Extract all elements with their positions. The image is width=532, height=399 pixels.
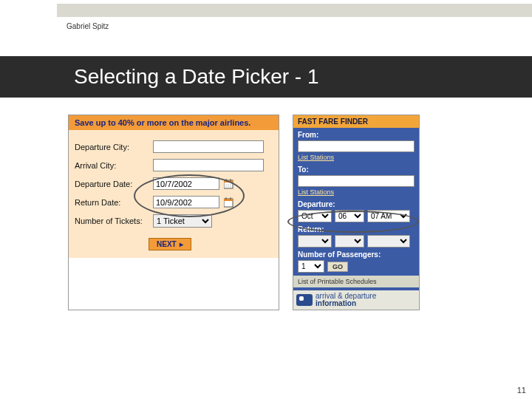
arrival-departure-info-bar[interactable]: arrival & departure information [293, 290, 419, 310]
svg-rect-8 [224, 199, 233, 201]
printable-schedules-link[interactable]: List of Printable Schedules [293, 276, 419, 287]
label-arrival-city: Arrival City: [75, 161, 149, 170]
label-return-date: Return Date: [75, 198, 149, 207]
return-month-select[interactable] [298, 235, 332, 248]
calendar-icon[interactable] [224, 197, 236, 208]
passengers-select[interactable]: 1 [298, 260, 324, 273]
return-time-select[interactable] [367, 235, 410, 248]
label-to: To: [298, 166, 415, 174]
label-departure: Departure: [298, 200, 415, 208]
label-departure-date: Departure Date: [75, 180, 149, 188]
next-button-label: NEXT [157, 240, 177, 248]
departure-city-input[interactable] [153, 140, 264, 153]
label-return: Return: [298, 225, 415, 233]
return-day-select[interactable] [335, 235, 364, 248]
chevron-right-icon: ▸ [180, 240, 183, 248]
go-button[interactable]: GO [327, 262, 348, 272]
departure-month-select[interactable]: Oct [298, 210, 332, 222]
slide-title: Selecting a Date Picker - 1 [74, 65, 319, 89]
to-station-input[interactable] [298, 175, 415, 187]
top-accent-bar [57, 4, 532, 17]
train-icon [296, 294, 313, 306]
departure-date-input[interactable] [153, 177, 219, 190]
label-passengers: Number of Passengers: [298, 250, 415, 259]
fare-finder-panel: FAST FARE FINDER From: List Stations To:… [293, 115, 420, 310]
departure-day-select[interactable]: 06 [335, 210, 364, 222]
title-band: Selecting a Date Picker - 1 [0, 56, 532, 98]
departure-select-row: Oct 06 07 AM [298, 210, 415, 222]
label-departure-city: Departure City: [75, 143, 149, 151]
svg-rect-1 [224, 180, 233, 183]
list-stations-link[interactable]: List Stations [298, 154, 334, 161]
airline-form-panel: Save up to 40% or more on the major airl… [68, 115, 279, 310]
list-stations-link[interactable]: List Stations [298, 188, 334, 196]
label-tickets: Number of Tickets: [75, 216, 149, 225]
departure-time-select[interactable]: 07 AM [367, 210, 410, 222]
page-number: 11 [517, 386, 526, 395]
airline-form-body: Departure City: Arrival City: Departure … [69, 130, 279, 258]
tickets-select[interactable]: 1 Ticket [153, 214, 212, 228]
info-text: arrival & departure information [316, 293, 376, 307]
fare-finder-body: From: List Stations To: List Stations De… [293, 128, 419, 310]
next-button[interactable]: NEXT ▸ [149, 238, 191, 250]
label-from: From: [298, 131, 415, 139]
calendar-icon[interactable] [224, 179, 236, 189]
author-name: Gabriel Spitz [66, 22, 109, 30]
content-area: Save up to 40% or more on the major airl… [68, 115, 420, 310]
from-station-input[interactable] [298, 140, 415, 152]
fare-finder-headline: FAST FARE FINDER [293, 115, 419, 128]
airline-headline: Save up to 40% or more on the major airl… [69, 115, 279, 130]
return-date-input[interactable] [153, 196, 219, 208]
return-select-row [298, 235, 415, 248]
arrival-city-input[interactable] [153, 159, 264, 171]
